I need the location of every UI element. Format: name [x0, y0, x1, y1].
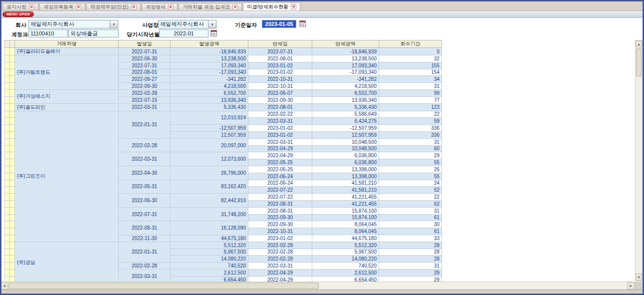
- repay-amount-cell[interactable]: 13,398,000: [312, 166, 379, 173]
- row-indicator[interactable]: [5, 235, 10, 242]
- customer-cell[interactable]: (주)골드라인: [15, 103, 119, 111]
- period-cell[interactable]: 33: [379, 235, 442, 242]
- row-indicator[interactable]: [10, 138, 15, 145]
- row-indicator[interactable]: [5, 173, 10, 180]
- repay-date-cell[interactable]: 2022-05-25: [248, 166, 312, 173]
- row-indicator[interactable]: [5, 69, 10, 76]
- row-indicator[interactable]: [5, 194, 10, 201]
- period-cell[interactable]: 34: [379, 76, 442, 83]
- customer-cell[interactable]: (주)금담: [15, 242, 119, 282]
- period-start-field[interactable]: 2022-01: [159, 29, 209, 37]
- row-indicator[interactable]: [10, 276, 15, 282]
- tab-close-icon[interactable]: ×: [168, 4, 174, 10]
- calendar-icon[interactable]: [299, 20, 306, 27]
- repay-date-cell[interactable]: 2022-08-31: [248, 207, 312, 214]
- row-indicator[interactable]: [10, 200, 15, 207]
- row-indicator[interactable]: [10, 166, 15, 173]
- menu-open-button[interactable]: MENU OPEN: [2, 11, 34, 17]
- row-indicator[interactable]: [10, 125, 15, 132]
- repay-amount-cell[interactable]: 740,520: [312, 263, 379, 270]
- occur-amount-cell[interactable]: 82,442,910: [171, 194, 248, 208]
- repay-amount-cell[interactable]: 5,967,500: [312, 249, 379, 256]
- repay-date-cell[interactable]: 2022-07-22: [248, 187, 312, 194]
- period-cell[interactable]: 22: [379, 111, 442, 118]
- repay-date-cell[interactable]: 2022-08-01: [248, 55, 312, 62]
- row-indicator[interactable]: [5, 118, 10, 125]
- repay-amount-cell[interactable]: 2,612,500: [312, 269, 379, 276]
- occur-date-cell[interactable]: 2022-06-30: [119, 194, 171, 208]
- repay-amount-cell[interactable]: 12,507,959: [312, 131, 379, 138]
- occur-amount-cell[interactable]: 14,080,220: [171, 256, 248, 263]
- row-indicator[interactable]: [5, 152, 10, 159]
- occur-amount-cell[interactable]: 17,093,340: [171, 62, 248, 69]
- occur-amount-cell[interactable]: 4,218,500: [171, 83, 248, 90]
- repay-date-cell[interactable]: 2022-09-30: [248, 221, 312, 228]
- row-indicator[interactable]: [5, 228, 10, 235]
- period-cell[interactable]: 77: [379, 96, 442, 103]
- repay-date-cell[interactable]: 2022-03-31: [248, 263, 312, 270]
- occur-date-cell[interactable]: 2022-09-30: [119, 83, 171, 90]
- repay-amount-cell[interactable]: 5,336,430: [312, 103, 379, 111]
- occur-date-cell[interactable]: 2022-03-31: [119, 152, 171, 166]
- row-indicator[interactable]: [10, 62, 15, 69]
- row-indicator[interactable]: [10, 152, 15, 159]
- row-indicator[interactable]: [10, 263, 15, 270]
- site-dropdown[interactable]: 제일제지주식회사 ▼: [158, 20, 216, 28]
- period-cell[interactable]: 29: [379, 152, 442, 159]
- tab-4[interactable]: 계정명세×: [142, 3, 178, 10]
- repay-amount-cell[interactable]: 15,874,100: [312, 214, 379, 221]
- row-indicator[interactable]: [10, 180, 15, 187]
- period-cell[interactable]: 60: [379, 145, 442, 152]
- occur-amount-cell[interactable]: -17,093,340: [171, 69, 248, 76]
- row-indicator[interactable]: [10, 207, 15, 214]
- repay-amount-cell[interactable]: 6,654,450: [312, 276, 379, 282]
- period-cell[interactable]: 24: [379, 180, 442, 187]
- row-indicator[interactable]: [5, 111, 10, 118]
- occur-date-cell[interactable]: 2022-11-30: [119, 235, 171, 242]
- occur-amount-cell[interactable]: 13,936,340: [171, 96, 248, 103]
- customer-cell[interactable]: (주)그린조이: [15, 111, 119, 242]
- period-cell[interactable]: 32: [379, 55, 442, 62]
- occur-date-cell[interactable]: 2022-07-31: [119, 62, 171, 69]
- repay-date-cell[interactable]: 2022-08-31: [248, 200, 312, 207]
- tab-close-icon[interactable]: ×: [29, 4, 34, 10]
- row-indicator[interactable]: [10, 269, 15, 276]
- repay-amount-cell[interactable]: 41,581,210: [312, 180, 379, 187]
- repay-amount-cell[interactable]: 44,675,180: [312, 235, 379, 242]
- row-indicator[interactable]: [5, 145, 10, 152]
- period-cell[interactable]: 61: [379, 228, 442, 235]
- occur-date-cell[interactable]: 2022-02-28: [119, 263, 171, 270]
- repay-date-cell[interactable]: 2022-04-29: [248, 269, 312, 276]
- row-indicator[interactable]: [10, 48, 15, 55]
- row-indicator[interactable]: [10, 89, 15, 96]
- row-indicator[interactable]: [10, 256, 15, 263]
- row-indicator[interactable]: [10, 214, 15, 221]
- repay-date-cell[interactable]: 2023-01-02: [248, 62, 312, 69]
- period-cell[interactable]: 336: [379, 131, 442, 138]
- repay-amount-cell[interactable]: 41,221,455: [312, 194, 379, 201]
- repay-date-cell[interactable]: 2022-02-28: [248, 256, 312, 263]
- period-cell[interactable]: 52: [379, 187, 442, 194]
- chevron-down-icon[interactable]: ▼: [208, 20, 216, 28]
- repay-date-cell[interactable]: 2023-01-02: [248, 125, 312, 132]
- vertical-scroll-thumb[interactable]: [636, 48, 642, 76]
- repay-date-cell[interactable]: 2022-06-24: [248, 173, 312, 180]
- repay-date-cell[interactable]: 2022-02-28: [248, 242, 312, 249]
- row-indicator[interactable]: [5, 55, 10, 62]
- period-cell[interactable]: 25: [379, 166, 442, 173]
- repay-amount-cell[interactable]: 41,581,210: [312, 187, 379, 194]
- row-indicator[interactable]: [10, 118, 15, 125]
- occur-date-cell[interactable]: 2022-08-31: [119, 221, 171, 235]
- row-indicator[interactable]: [5, 214, 10, 221]
- tab-6[interactable]: 미결/반제회수현황×: [243, 2, 300, 10]
- row-indicator[interactable]: [10, 228, 15, 235]
- repay-date-cell[interactable]: 2022-07-22: [248, 194, 312, 201]
- tab-close-icon[interactable]: ×: [291, 4, 296, 9]
- occur-amount-cell[interactable]: 12,073,600: [171, 152, 248, 166]
- occur-amount-cell[interactable]: -18,846,939: [171, 48, 248, 55]
- occur-amount-cell[interactable]: 5,512,320: [171, 242, 248, 249]
- row-indicator[interactable]: [10, 159, 15, 166]
- occur-amount-cell[interactable]: 12,010,924: [171, 111, 248, 125]
- row-indicator[interactable]: [10, 103, 15, 111]
- occur-amount-cell[interactable]: 2,612,500: [171, 269, 248, 276]
